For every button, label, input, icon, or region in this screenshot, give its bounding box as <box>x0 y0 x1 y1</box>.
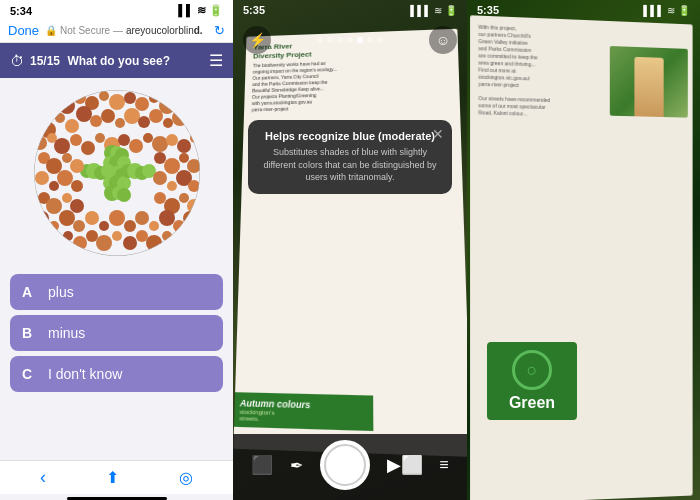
svg-point-107 <box>86 230 98 242</box>
svg-point-12 <box>173 94 185 106</box>
svg-point-24 <box>149 109 163 123</box>
dot-3 <box>337 37 343 43</box>
tooltip-body: Substitutes shades of blue with slightly… <box>260 146 440 184</box>
ishihara-plate-container <box>0 78 233 268</box>
svg-point-89 <box>187 199 201 213</box>
dot-2 <box>327 37 333 43</box>
panel-colorblind-test: 5:34 ▌▌ ≋ 🔋 Done 🔒 Not Secure — areyouco… <box>0 0 233 500</box>
gallery-icon[interactable]: ⬛ <box>251 454 273 476</box>
not-secure-label: Not Secure — <box>60 25 123 36</box>
svg-point-115 <box>184 230 196 242</box>
answer-b-button[interactable]: B minus <box>10 315 223 351</box>
url-text: areyoucolorblind. <box>126 25 203 36</box>
back-button[interactable]: ‹ <box>40 467 46 488</box>
video-icon[interactable]: ▶⬜ <box>387 454 423 476</box>
svg-point-14 <box>32 117 43 129</box>
answer-a-label: plus <box>48 284 74 300</box>
flash-icon[interactable]: ⚡ <box>243 26 271 54</box>
answer-c-letter: C <box>22 366 38 382</box>
svg-point-41 <box>177 139 191 153</box>
hamburger-icon[interactable]: ☰ <box>209 51 223 70</box>
p3-status-time: 5:35 <box>477 4 499 16</box>
face-icon[interactable]: ☺ <box>429 26 457 54</box>
eyedropper-icon[interactable]: ✒ <box>290 456 303 475</box>
svg-point-22 <box>124 108 140 124</box>
question-header: ⏱ 15/15 What do you see? ☰ <box>0 43 233 78</box>
answer-c-button[interactable]: C I don't know <box>10 356 223 392</box>
svg-point-8 <box>124 92 136 104</box>
svg-point-13 <box>183 101 197 115</box>
svg-point-26 <box>172 110 188 126</box>
svg-point-57 <box>117 188 131 202</box>
svg-point-4 <box>74 92 86 104</box>
svg-point-84 <box>62 193 72 203</box>
svg-point-40 <box>166 134 178 146</box>
status-time: 5:34 <box>10 5 32 17</box>
svg-point-71 <box>164 158 180 174</box>
svg-point-81 <box>188 180 200 192</box>
svg-point-75 <box>49 181 59 191</box>
tooltip-close-button[interactable]: ✕ <box>432 126 444 142</box>
green-label: Green <box>495 394 569 412</box>
done-button[interactable]: Done <box>8 23 39 38</box>
statusbar-panel1: 5:34 ▌▌ ≋ 🔋 <box>0 0 233 19</box>
svg-point-37 <box>129 139 143 153</box>
svg-point-20 <box>101 109 115 123</box>
green-filter-box: ○ Green <box>487 342 577 420</box>
svg-point-34 <box>95 133 105 143</box>
svg-point-21 <box>115 118 125 128</box>
svg-point-103 <box>38 230 50 242</box>
svg-point-77 <box>71 180 83 192</box>
svg-point-74 <box>35 171 49 185</box>
p3-status-icons: ▌▌▌ ≋ 🔋 <box>643 5 690 16</box>
statusbar-panel3: 5:35 ▌▌▌ ≋ 🔋 <box>467 0 700 18</box>
svg-point-104 <box>48 235 64 251</box>
url-bold-part: d. <box>194 25 203 36</box>
svg-point-28 <box>192 109 202 119</box>
svg-point-1 <box>35 101 49 115</box>
svg-point-110 <box>123 236 137 250</box>
answer-a-button[interactable]: A plus <box>10 274 223 310</box>
svg-point-31 <box>54 138 70 154</box>
p3-photo <box>610 46 688 118</box>
svg-point-18 <box>76 106 92 122</box>
svg-point-92 <box>59 210 75 226</box>
svg-point-72 <box>179 153 189 163</box>
svg-point-99 <box>149 221 159 231</box>
shutter-button[interactable] <box>320 440 370 490</box>
compass-button[interactable]: ◎ <box>179 468 193 487</box>
sliders-icon[interactable]: ≡ <box>439 456 448 474</box>
svg-point-39 <box>152 136 168 152</box>
statusbar-panel2: 5:35 ▌▌▌ ≋ 🔋 <box>233 0 467 18</box>
svg-point-79 <box>167 181 177 191</box>
svg-point-111 <box>136 230 148 242</box>
svg-point-86 <box>154 192 166 204</box>
share-button[interactable]: ⬆ <box>106 468 119 487</box>
camera-toolbar: ⬛ ✒ ▶⬜ ≡ <box>233 434 467 500</box>
svg-point-93 <box>73 220 85 232</box>
svg-point-7 <box>109 94 125 110</box>
svg-point-83 <box>46 198 62 214</box>
magazine-content: Yarra RiverDiversity Project The biodive… <box>233 29 467 457</box>
answer-a-letter: A <box>22 284 38 300</box>
svg-point-16 <box>55 113 65 123</box>
mag-autumn-subtitle: stockington'sstreets. <box>239 408 368 425</box>
svg-point-90 <box>35 211 49 225</box>
svg-point-88 <box>179 193 189 203</box>
dot-5-active <box>357 37 363 43</box>
svg-point-69 <box>70 159 84 173</box>
dot-6 <box>367 37 373 43</box>
tooltip-title: Helps recognize blue (moderate) <box>260 130 440 142</box>
reload-icon[interactable]: ↻ <box>214 23 225 38</box>
svg-point-42 <box>190 133 200 143</box>
dot-4 <box>347 37 353 43</box>
question-number: 15/15 What do you see? <box>30 54 170 68</box>
p2-status-time: 5:35 <box>243 4 265 16</box>
url-prefix: areyoucolorblin <box>126 25 194 36</box>
magazine-page: Yarra RiverDiversity Project The biodive… <box>233 29 467 457</box>
svg-point-70 <box>154 152 166 164</box>
svg-point-38 <box>143 133 153 143</box>
svg-point-114 <box>172 236 186 250</box>
svg-point-23 <box>138 116 150 128</box>
svg-point-106 <box>73 236 87 250</box>
